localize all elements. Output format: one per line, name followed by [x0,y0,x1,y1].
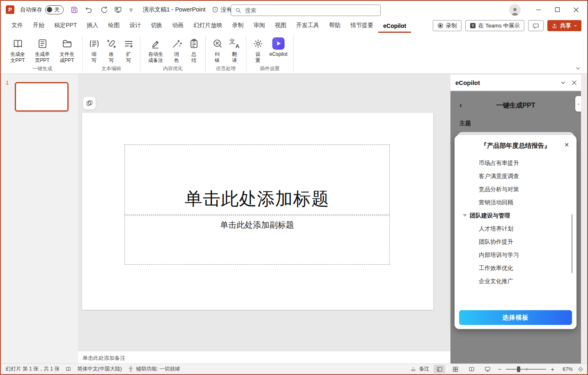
fit-to-window-button[interactable] [577,366,584,373]
share-button[interactable]: 共享 [547,20,581,31]
tab-home[interactable]: 开始 [28,19,49,33]
start-slideshow-button[interactable] [114,6,122,14]
tab-file[interactable]: 文件 [7,19,28,33]
back-chevron-icon[interactable]: ‹ [459,101,462,110]
tab-help[interactable]: 帮助 [324,19,345,33]
comments-button[interactable] [528,20,544,31]
proofread-button[interactable]: 纠错 [209,36,225,65]
present-in-teams-button[interactable]: T 在 Teams 中展示 [465,20,524,31]
rewrite-button[interactable]: 改写 [103,36,119,65]
person-icon [510,6,520,16]
outline-item[interactable]: 币场占有率提升 [479,159,519,167]
spellcheck-button[interactable] [65,366,71,372]
account-avatar[interactable] [509,4,521,16]
slide-sorter-view-button[interactable] [450,365,461,373]
generate-full-ppt-button[interactable]: 生成全文PPT [6,36,29,65]
svg-text:T: T [471,24,474,28]
outline-sub-item[interactable]: 企业文化推广 [479,277,513,285]
file-to-ppt-button[interactable]: 文件生成PPT [55,36,78,65]
pencil-icon [150,37,161,50]
panel-title: eCopilot [455,79,480,86]
document-title[interactable]: 演示文稿1 - PowerPoint [143,6,206,14]
outline-section[interactable]: 团队建设与管理 [463,211,510,220]
button-label: 总结 [191,51,197,64]
ribbon-group-content-optimize: 自动生成备注 润色 总结 内容优化 [140,33,205,73]
save-button[interactable] [70,6,78,14]
tab-animations[interactable]: 动画 [167,19,188,33]
title-placeholder-text: 单击此处添加标题 [185,187,329,211]
minimize-button[interactable] [530,3,547,17]
tab-storyboard[interactable]: 情节提要 [345,19,378,33]
search-box[interactable] [231,5,381,16]
chevron-down-icon[interactable] [560,80,566,85]
collapse-ribbon-button[interactable] [575,66,581,71]
outline-sub-item[interactable]: 团队协作提升 [479,238,513,246]
search-input[interactable] [245,7,376,14]
card-scrollbar[interactable] [571,214,573,273]
slide-canvas[interactable]: 单击此处添加标题 单击此处添加副标题 [82,113,433,310]
notes-pane[interactable]: 单击此处添加备注 [78,351,450,365]
maximize-button[interactable] [549,3,566,17]
slide-editor: 单击此处添加标题 单击此处添加副标题 单击此处添加备注 [78,74,450,364]
translate-button[interactable]: 文A 翻译 [227,36,242,65]
undo-button[interactable] [84,6,94,14]
subtitle-placeholder[interactable]: 单击此处添加副标题 [124,215,390,265]
record-button[interactable]: 录制 [433,20,462,31]
expand-button[interactable]: 扩写 [121,36,136,65]
customize-qat-button[interactable] [128,7,134,13]
outline-item[interactable]: 营销活动回顾 [479,198,513,206]
tab-devtools[interactable]: 开发工具 [291,19,324,33]
button-label: 润色 [174,51,179,64]
title-placeholder[interactable]: 单击此处添加标题 [124,144,390,215]
slide-thumbnail[interactable] [15,82,69,112]
ecopilot-button[interactable]: eCopilot [267,36,289,59]
tab-insert[interactable]: 插入 [82,19,103,33]
design-ideas-button[interactable] [83,97,96,110]
condense-button[interactable]: 缩写 [86,36,102,65]
close-panel-icon[interactable] [572,80,577,85]
present-icon [114,6,122,14]
redo-button[interactable] [100,6,108,14]
tab-ecopilot[interactable]: eCopilot [378,20,411,33]
slideshow-view-button[interactable] [482,365,493,373]
generate-single-page-ppt-button[interactable]: 生成单页PPT [31,36,54,65]
language-indicator[interactable]: 简体中文(中国大陆) [77,366,122,373]
tab-design[interactable]: 设计 [124,19,146,33]
outline-sub-item[interactable]: 工作效率优化 [479,264,513,272]
outline-item[interactable]: 客户满意度调查 [479,172,519,180]
tab-gaoding-ppt[interactable]: 稿定PPT [49,19,82,33]
tab-slideshow[interactable]: 幻灯片放映 [188,19,227,33]
zoom-slider[interactable] [506,366,546,373]
zoom-level[interactable]: 67% [559,366,573,372]
auto-notes-button[interactable]: 自动生成备注 [144,36,167,65]
close-button[interactable] [567,3,585,17]
zoom-in-button[interactable]: + [551,366,554,373]
zoom-out-button[interactable]: − [498,366,501,373]
tab-transitions[interactable]: 切换 [146,19,167,33]
zoom-thumb[interactable] [517,366,520,372]
normal-view-button[interactable] [434,365,445,373]
tab-review[interactable]: 审阅 [248,19,270,33]
accessibility-status[interactable]: 辅助功能: 一切就绪 [128,366,180,373]
slide-counter[interactable]: 幻灯片 第 1 张，共 1 张 [6,366,60,373]
summarize-button[interactable]: 总结 [186,36,202,65]
autosave-toggle[interactable]: 关 [45,5,64,14]
notes-icon [410,366,416,372]
tab-draw[interactable]: 绘图 [103,19,124,33]
notes-toggle[interactable]: 备注 [410,366,429,373]
outline-sub-item[interactable]: 内部培训与学习 [479,251,519,259]
tab-record[interactable]: 录制 [227,19,248,33]
button-label: 设置 [255,51,261,64]
redo-icon [100,6,108,14]
polish-button[interactable]: 润色 [169,36,184,65]
book-icon [12,37,23,50]
tab-view[interactable]: 视图 [270,19,291,33]
error-circle-icon [212,37,223,50]
settings-button[interactable]: 设置 [250,36,266,65]
expand-triangle-icon [463,214,467,217]
button-label: 纠错 [214,51,220,64]
reading-view-button[interactable] [466,365,477,373]
outline-sub-item[interactable]: 人才培养计划 [479,224,513,233]
choose-template-button[interactable]: 选择模板 [459,310,572,325]
outline-item[interactable]: 竞品分析与对策 [479,185,519,193]
